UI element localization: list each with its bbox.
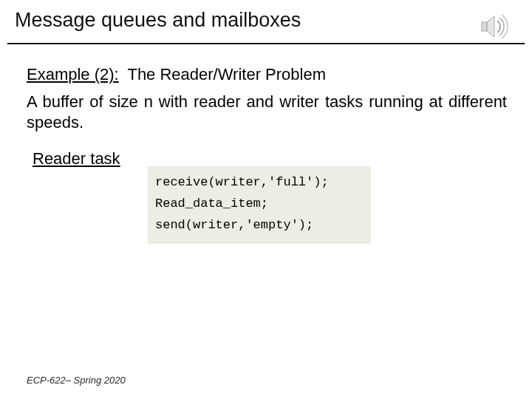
code-block: receive(writer,'full'); Read_data_item; … — [148, 166, 371, 244]
speaker-icon — [477, 10, 510, 43]
code-line: receive(writer,'full'); — [155, 172, 364, 194]
reader-task-label: Reader task — [33, 149, 120, 168]
footer-text: ECP-622– Spring 2020 — [27, 375, 126, 386]
code-line: Read_data_item; — [155, 194, 364, 215]
example-heading: Example (2): The Reader/Writer Problem — [27, 65, 326, 84]
example-description: A buffer of size n with reader and write… — [27, 92, 507, 132]
page-title: Message queues and mailboxes — [15, 9, 301, 32]
title-rule — [7, 43, 525, 44]
example-title: The Reader/Writer Problem — [127, 65, 326, 83]
svg-marker-1 — [487, 16, 494, 37]
svg-rect-0 — [482, 22, 487, 31]
example-label: Example (2): — [27, 65, 119, 83]
code-line: send(writer,'empty'); — [155, 215, 364, 236]
